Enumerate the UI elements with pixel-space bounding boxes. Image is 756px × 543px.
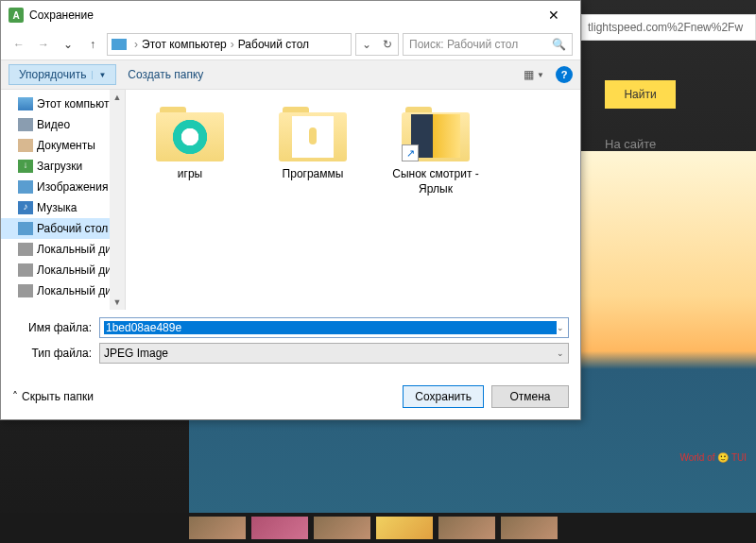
thumbnail[interactable]: [251, 517, 308, 539]
body-area: Этот компьютерВидеоДокументыЗагрузкиИзоб…: [1, 90, 580, 310]
chevron-down-icon[interactable]: ▼: [92, 71, 106, 79]
disk-icon: [18, 243, 33, 256]
pc-icon: [112, 39, 127, 50]
background-tab-label: На сайте: [605, 137, 656, 151]
search-placeholder: Поиск: Рабочий стол: [409, 38, 518, 51]
help-button[interactable]: ?: [556, 66, 573, 83]
chevron-down-icon[interactable]: ⌄: [557, 348, 564, 358]
sidebar-item[interactable]: Изображения: [1, 177, 125, 197]
shortcut-badge-icon: ↗: [402, 144, 419, 161]
sidebar-item[interactable]: Локальный дис: [1, 239, 125, 260]
thumbnail[interactable]: [189, 517, 246, 539]
close-button[interactable]: ✕: [535, 2, 573, 28]
breadcrumb[interactable]: › Этот компьютер › Рабочий стол: [107, 33, 352, 56]
crumb-dropdown-icon[interactable]: ⌄: [356, 34, 377, 55]
sidebar-item-label: Документы: [37, 139, 95, 152]
folder-item[interactable]: Программы: [266, 107, 360, 182]
sidebar-item-label: Локальный дис: [37, 284, 117, 297]
dropdown-history-icon[interactable]: ⌄: [58, 34, 78, 55]
titlebar: A Сохранение ✕: [1, 1, 580, 29]
watermark-text: World of 🙂 TUI: [679, 452, 747, 463]
sidebar-item-label: Рабочий стол: [37, 222, 108, 235]
vid-icon: [18, 118, 33, 131]
disk-icon: [18, 263, 33, 277]
sidebar-item[interactable]: Локальный дис: [1, 260, 125, 280]
disk-icon: [18, 284, 33, 297]
folder-item[interactable]: игры: [143, 107, 237, 182]
thumbnail[interactable]: [501, 517, 558, 539]
chevron-right-icon[interactable]: ›: [229, 38, 236, 51]
navigation-bar: ← → ⌄ ↑ › Этот компьютер › Рабочий стол …: [1, 29, 580, 59]
view-mode-button[interactable]: ▦ ▼: [524, 68, 544, 81]
desk-icon: [18, 222, 33, 235]
sidebar-item-label: Загрузки: [37, 160, 82, 173]
save-dialog: A Сохранение ✕ ← → ⌄ ↑ › Этот компьютер …: [0, 0, 581, 420]
thumbnail[interactable]: [314, 517, 370, 539]
folder-item[interactable]: ↗Сынок смотрит - Ярлык: [388, 107, 483, 196]
sidebar-item-label: Изображения: [37, 180, 108, 194]
sidebar-item-label: Локальный дис: [37, 243, 117, 256]
button-row: ˄ Скрыть папки Сохранить Отмена: [1, 376, 580, 419]
sidebar-item[interactable]: Рабочий стол: [1, 218, 125, 239]
file-list[interactable]: игрыПрограммы↗Сынок смотрит - Ярлык: [126, 90, 580, 310]
grid-icon: ▦: [524, 68, 534, 81]
browser-address-bar[interactable]: tlightspeed.com%2Fnew%2Fw: [581, 14, 756, 41]
filetype-label: Тип файла:: [12, 347, 99, 360]
sidebar: Этот компьютерВидеоДокументыЗагрузкиИзоб…: [1, 90, 126, 310]
mus-icon: [18, 201, 33, 214]
sidebar-scrollbar[interactable]: ▲ ▼: [110, 90, 125, 310]
chevron-down-icon: ▼: [537, 71, 544, 79]
sidebar-item-label: Локальный дис: [37, 263, 117, 277]
sidebar-item[interactable]: Загрузки: [1, 156, 125, 177]
chevron-right-icon[interactable]: ›: [132, 38, 140, 51]
save-button[interactable]: Сохранить: [403, 385, 484, 408]
thumbnail[interactable]: [438, 517, 495, 539]
yandex-find-button[interactable]: Найти: [605, 80, 676, 109]
thumbnail[interactable]: [376, 517, 433, 539]
sidebar-item-label: Музыка: [37, 201, 77, 214]
pc-icon: [18, 97, 33, 110]
refresh-group: ⌄ ↻: [355, 33, 399, 56]
filetype-select[interactable]: JPEG Image ⌄: [99, 343, 569, 364]
scroll-up-icon[interactable]: ▲: [110, 90, 125, 105]
hide-folders-label: Скрыть папки: [22, 390, 94, 403]
search-input[interactable]: Поиск: Рабочий стол 🔍: [403, 33, 573, 56]
thumbnail-strip: [0, 513, 756, 543]
filename-input[interactable]: 1bed08ae489e ⌄: [99, 317, 569, 338]
forward-button: →: [33, 34, 54, 55]
filename-value: 1bed08ae489e: [104, 321, 557, 334]
cancel-button[interactable]: Отмена: [491, 385, 569, 408]
sidebar-item[interactable]: Видео: [1, 114, 125, 135]
dialog-title: Сохранение: [29, 8, 535, 22]
filetype-value: JPEG Image: [104, 347, 557, 360]
chevron-down-icon[interactable]: ⌄: [557, 323, 564, 332]
crumb-root[interactable]: Этот компьютер: [142, 38, 227, 51]
toolbar: Упорядочить ▼ Создать папку ▦ ▼ ?: [1, 59, 580, 90]
sidebar-item[interactable]: Документы: [1, 135, 125, 156]
scroll-down-icon[interactable]: ▼: [110, 295, 125, 310]
back-button[interactable]: ←: [9, 34, 29, 55]
new-folder-button[interactable]: Создать папку: [128, 68, 203, 81]
dl-icon: [18, 160, 33, 173]
sidebar-item[interactable]: Этот компьютер: [1, 93, 125, 114]
img-icon: [18, 180, 33, 194]
chevron-up-icon: ˄: [12, 390, 18, 403]
hide-folders-toggle[interactable]: ˄ Скрыть папки: [12, 390, 94, 403]
search-icon[interactable]: 🔍: [552, 38, 566, 51]
crumb-leaf[interactable]: Рабочий стол: [238, 38, 309, 51]
scroll-track[interactable]: [110, 105, 125, 295]
filename-label: Имя файла:: [12, 321, 99, 334]
folder-label: Сынок смотрит - Ярлык: [388, 167, 483, 196]
refresh-button[interactable]: ↻: [377, 34, 398, 55]
organize-label: Упорядочить: [19, 68, 86, 81]
sidebar-item[interactable]: Локальный дис: [1, 280, 125, 301]
up-button[interactable]: ↑: [82, 34, 103, 55]
organize-button[interactable]: Упорядочить ▼: [9, 64, 116, 85]
fields-area: Имя файла: 1bed08ae489e ⌄ Тип файла: JPE…: [1, 310, 580, 376]
sidebar-item[interactable]: Музыка: [1, 197, 125, 218]
url-fragment: tlightspeed.com%2Fnew%2Fw: [588, 21, 743, 34]
app-icon: A: [9, 8, 24, 23]
doc-icon: [18, 139, 33, 152]
sidebar-item-label: Видео: [37, 118, 70, 131]
folder-icon: [279, 107, 347, 161]
